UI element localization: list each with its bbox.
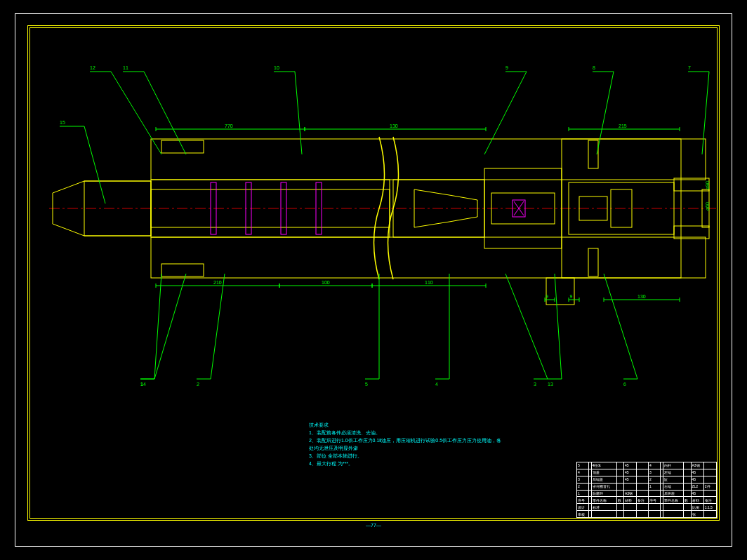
svg-rect-9 bbox=[161, 264, 204, 276]
dimensions-bottom: 21010011099130 bbox=[156, 280, 680, 302]
svg-line-44 bbox=[597, 72, 614, 154]
svg-line-67 bbox=[505, 274, 548, 379]
notes-line: 3、部位 全部本轴进行。 bbox=[309, 452, 501, 460]
dimensions-top: 770130215 bbox=[156, 124, 680, 131]
svg-rect-23 bbox=[546, 278, 574, 305]
svg-text:⌀90: ⌀90 bbox=[705, 181, 710, 189]
svg-rect-8 bbox=[161, 140, 204, 153]
mechanical-section bbox=[53, 137, 709, 305]
leader-lines-top: 121110987 bbox=[90, 65, 709, 154]
svg-text:210: 210 bbox=[213, 280, 222, 285]
svg-text:11: 11 bbox=[123, 65, 128, 70]
notes-line: 1、装配前各件必须清洗、去油。 bbox=[309, 429, 501, 436]
svg-line-52 bbox=[154, 274, 161, 379]
svg-text:12: 12 bbox=[90, 65, 95, 70]
title-block: 54柱体454内杆A3钢4顶盖453左端453后端盖452缸452密封圈首孔1右… bbox=[576, 462, 717, 518]
svg-text:10: 10 bbox=[274, 65, 279, 70]
svg-line-50 bbox=[84, 126, 105, 204]
svg-rect-20 bbox=[674, 178, 709, 191]
svg-line-73 bbox=[555, 274, 562, 379]
notes-line: 处均无泄压及明显外渗 bbox=[309, 444, 501, 452]
svg-line-55 bbox=[154, 274, 186, 379]
svg-line-35 bbox=[144, 72, 186, 154]
svg-rect-18 bbox=[588, 140, 598, 168]
notes-line: 4、最大行程 为***。 bbox=[309, 460, 501, 467]
svg-line-41 bbox=[484, 72, 527, 154]
technical-notes: 技术要求 1、装配前各件必须清洗、去油。 2、装配后进行1.0倍工作压力0.1Ⅱ… bbox=[309, 421, 501, 467]
svg-text:215: 215 bbox=[619, 124, 627, 128]
svg-text:110: 110 bbox=[425, 280, 433, 285]
cad-viewport[interactable]: 121110987 15 1412543613 770130215 210100… bbox=[0, 0, 747, 560]
svg-text:1: 1 bbox=[140, 382, 143, 387]
notes-line: 2、装配后进行1.0倍工作压力0.1Ⅱ油压，用压缩机进行试验0.5倍工作压力压力… bbox=[309, 436, 501, 444]
svg-text:130: 130 bbox=[637, 294, 646, 299]
svg-text:9: 9 bbox=[570, 294, 573, 299]
svg-text:5: 5 bbox=[365, 382, 368, 387]
svg-text:4: 4 bbox=[435, 382, 438, 387]
svg-text:6: 6 bbox=[623, 382, 626, 387]
balloon-15: 15 bbox=[60, 120, 65, 125]
svg-rect-3 bbox=[151, 237, 706, 278]
svg-line-38 bbox=[295, 72, 302, 154]
leader-line-left: 15 bbox=[60, 120, 105, 204]
svg-text:770: 770 bbox=[225, 124, 233, 128]
svg-line-32 bbox=[111, 72, 161, 154]
svg-text:2: 2 bbox=[197, 382, 199, 387]
svg-text:7: 7 bbox=[688, 65, 691, 70]
svg-text:9: 9 bbox=[546, 294, 548, 299]
leader-lines-bottom: 1412543613 bbox=[140, 274, 637, 387]
svg-text:⌀60: ⌀60 bbox=[705, 202, 710, 211]
svg-text:130: 130 bbox=[390, 124, 398, 128]
svg-rect-19 bbox=[588, 248, 598, 276]
svg-text:100: 100 bbox=[322, 280, 330, 285]
svg-text:3: 3 bbox=[534, 382, 536, 387]
svg-rect-2 bbox=[151, 139, 706, 180]
svg-line-58 bbox=[211, 274, 225, 379]
svg-text:8: 8 bbox=[593, 65, 595, 70]
svg-line-70 bbox=[604, 274, 637, 379]
svg-text:13: 13 bbox=[548, 382, 553, 387]
page-number: —77— bbox=[366, 523, 381, 528]
svg-rect-21 bbox=[674, 226, 709, 239]
notes-title: 技术要求 bbox=[309, 421, 501, 429]
svg-text:9: 9 bbox=[505, 65, 508, 70]
